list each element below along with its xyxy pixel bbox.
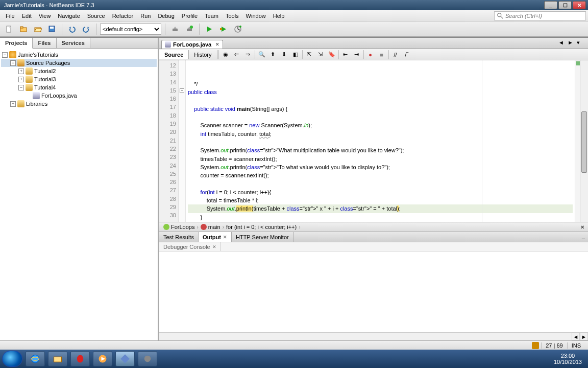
taskbar-opera-icon[interactable] [70,351,90,366]
maximize-button[interactable]: ☐ [558,1,572,9]
menu-window[interactable]: Window [242,12,270,20]
forward-button[interactable]: ⇒ [243,50,253,60]
undo-button[interactable] [66,23,78,35]
crumb-block[interactable]: for (int i = 0; i < counter; i++) [224,224,299,230]
tree-node-file[interactable]: ForLoops.java [1,91,157,100]
run-button[interactable] [203,23,215,35]
taskbar-app-icon[interactable] [138,351,157,366]
close-tab-icon[interactable]: ✕ [215,42,219,47]
subtab-history[interactable]: History [189,50,217,59]
svg-rect-7 [50,27,54,29]
toggle-highlight-button[interactable]: ◧ [290,50,301,60]
editor-dropdown-button[interactable]: ▾ [577,39,586,49]
notification-icon[interactable] [532,342,539,349]
tree-node-project[interactable]: −Jamie'sTutorials [1,51,157,59]
subtab-source[interactable]: Source [159,50,189,59]
back-button[interactable]: ⇐ [232,50,242,60]
project-tree[interactable]: −Jamie'sTutorials −Source Packages +Tuto… [0,49,158,340]
open-project-button[interactable] [32,23,44,35]
minimize-button[interactable]: _ [544,1,557,9]
prev-bookmark-button[interactable]: ⇱ [304,50,314,60]
tree-node-libraries[interactable]: +Libraries [1,100,157,108]
save-all-button[interactable] [46,23,58,35]
build-button[interactable] [169,23,181,35]
find-prev-button[interactable]: ⬆ [268,50,278,60]
taskbar-netbeans-icon[interactable] [115,351,135,366]
project-icon [9,51,16,58]
taskbar-folder-icon[interactable] [48,351,67,366]
tab-services[interactable]: Services [57,38,90,48]
new-file-button[interactable] [3,23,15,35]
code-area[interactable]: */public class public static void main(S… [186,60,575,222]
macro-stop-button[interactable]: ■ [377,50,387,60]
close-icon[interactable]: ✕ [212,244,216,249]
menu-tools[interactable]: Tools [222,12,242,20]
menu-help[interactable]: Help [270,12,288,20]
find-next-button[interactable]: ⬇ [279,50,289,60]
menu-run[interactable]: Run [137,12,154,20]
subtab-debugger-console[interactable]: Debugger Console✕ [159,242,221,251]
vertical-scrollbar[interactable] [580,60,588,222]
menu-edit[interactable]: Edit [18,12,35,20]
tree-node-src[interactable]: −Source Packages [1,59,157,67]
tab-projects[interactable]: Projects [0,38,33,49]
macro-record-button[interactable]: ● [365,50,376,60]
menu-navigate[interactable]: Navigate [54,12,83,20]
config-select[interactable]: <default config> [100,24,161,35]
redo-button[interactable] [80,23,92,35]
scrollbar-thumb[interactable] [581,111,587,173]
last-edit-button[interactable]: ◉ [220,50,231,60]
menu-file[interactable]: File [2,12,18,20]
uncomment-button[interactable]: /‾ [402,50,412,60]
error-stripe[interactable] [575,60,580,222]
close-button[interactable]: ✕ [573,1,586,9]
menu-refactor[interactable]: Refactor [109,12,137,20]
shift-right-button[interactable]: ⇥ [352,50,362,60]
tab-files[interactable]: Files [33,38,56,48]
system-clock[interactable]: 23:0010/10/2013 [550,353,586,365]
tab-output[interactable]: Output✕ [199,232,232,242]
prev-editor-button[interactable]: ◄ [558,39,568,49]
breadcrumb-close-icon[interactable]: ✕ [579,223,586,231]
profile-button[interactable] [232,23,244,35]
libraries-icon [17,100,24,107]
scroll-left-icon[interactable]: ◄ [572,333,580,340]
next-bookmark-button[interactable]: ⇲ [315,50,326,60]
editor-tab-forloops[interactable]: ForLoops.java ✕ [161,40,223,49]
next-editor-button[interactable]: ► [568,39,577,49]
comment-button[interactable]: // [390,50,401,60]
tree-node-pkg[interactable]: −Tutorial4 [1,83,157,91]
crumb-method[interactable]: main [199,224,223,230]
fold-gutter[interactable]: − [179,60,186,222]
svg-rect-9 [187,29,192,31]
tree-node-pkg[interactable]: +Tutorial3 [1,75,157,83]
menu-team[interactable]: Team [201,12,222,20]
start-button[interactable] [2,351,22,367]
code-editor[interactable]: 12131415161718192021222324252627282930 −… [159,60,588,222]
crumb-class[interactable]: ForLoops [161,224,197,230]
menu-profile[interactable]: Profile [178,12,201,20]
new-project-button[interactable] [17,23,30,35]
debug-button[interactable] [217,23,230,35]
svg-point-17 [77,355,84,363]
tree-node-pkg[interactable]: +Tutorial2 [1,67,157,75]
minimize-output-icon[interactable]: _ [579,232,588,242]
tab-http-monitor[interactable]: HTTP Server Monitor [232,232,293,242]
tab-test-results[interactable]: Test Results [159,232,199,242]
breadcrumb: ForLoops › main › for (int i = 0; i < co… [159,222,588,232]
shift-left-button[interactable]: ⇤ [340,50,351,60]
line-number-gutter: 12131415161718192021222324252627282930 [159,60,179,222]
menu-view[interactable]: View [35,12,55,20]
search-input[interactable] [505,13,583,19]
menu-debug[interactable]: Debug [154,12,178,20]
close-icon[interactable]: ✕ [223,235,227,240]
taskbar-explorer-icon[interactable] [26,351,45,366]
quick-search[interactable] [494,11,586,20]
find-selection-button[interactable]: 🔍 [257,50,267,60]
toggle-bookmark-button[interactable]: 🔖 [327,50,337,60]
menu-source[interactable]: Source [84,12,109,20]
clean-build-button[interactable] [183,23,195,35]
taskbar-media-icon[interactable] [93,351,112,366]
output-body[interactable]: ◄ ► [159,251,588,340]
scroll-right-icon[interactable]: ► [580,333,588,340]
